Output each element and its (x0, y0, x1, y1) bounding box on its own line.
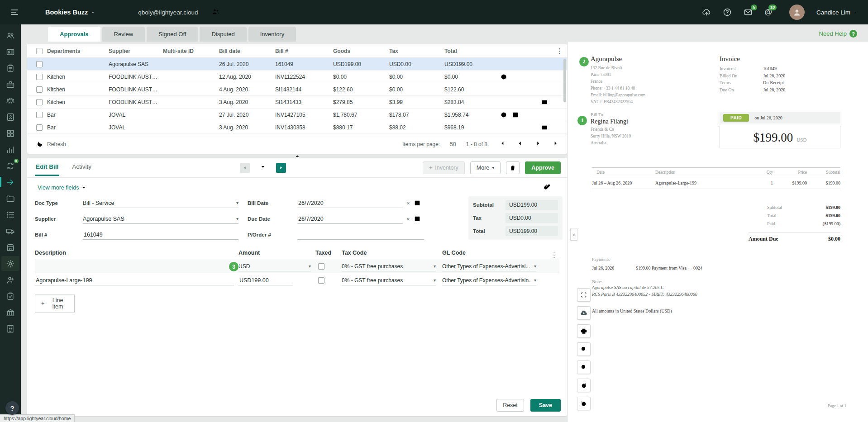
row-checkbox[interactable] (36, 61, 43, 67)
collapse-table-toggle[interactable] (27, 154, 567, 158)
table-row[interactable]: Kitchen FOODLINK AUSTRA... 12 Aug. 2020 … (27, 71, 567, 83)
gl-code-select[interactable]: Other Types of Expenses-Advertisin... ▾ (442, 275, 536, 285)
collapse-editor-toggle[interactable] (260, 164, 266, 172)
line-amount-input[interactable] (238, 275, 293, 285)
last-page-button[interactable] (552, 139, 561, 149)
table-row[interactable]: Kitchen FOODLINK AUSTRA... 3 Aug. 2020 S… (27, 96, 567, 109)
tax-code-select[interactable]: 0% - GST free purchases ▾ (342, 275, 436, 285)
sidebar-item-contacts[interactable] (1, 109, 19, 124)
collapse-preview-handle[interactable]: › (570, 228, 577, 241)
clear-bill-date-button[interactable]: × (405, 200, 411, 207)
gl-code-select[interactable]: Other Types of Expenses-Advertisi... ▾ (442, 261, 536, 271)
sidebar-toggle-button[interactable] (7, 5, 22, 19)
table-options-kebab[interactable]: ⋮ (552, 47, 567, 54)
p-order-input[interactable] (297, 230, 424, 240)
sidebar-item-team[interactable] (1, 93, 19, 108)
taxed-checkbox[interactable] (318, 277, 324, 284)
print-button[interactable] (577, 324, 591, 338)
taxed-checkbox[interactable] (318, 263, 324, 270)
table-row[interactable]: Kitchen FOODLINK AUSTRA... 4 Aug. 2020 S… (27, 83, 567, 96)
sidebar-item-dashboard[interactable] (1, 126, 19, 141)
delete-bill-button[interactable] (506, 161, 520, 174)
sidebar-item-briefcase[interactable] (1, 77, 19, 92)
currency-select[interactable]: USD ▾ (238, 261, 311, 271)
next-page-button[interactable] (534, 139, 543, 149)
chat-help-bubble[interactable]: ? (5, 401, 19, 415)
rotate-right-button[interactable] (577, 379, 591, 392)
sidebar-item-tasks[interactable] (1, 61, 19, 76)
attachment-button[interactable] (540, 182, 554, 193)
table-scrollbar[interactable] (563, 59, 566, 133)
sidebar-item-orders[interactable] (1, 289, 19, 303)
tax-code-select[interactable]: 0% - GST free purchases ▾ (342, 261, 436, 271)
sidebar-item-lists[interactable] (1, 207, 19, 222)
calendar-icon[interactable] (414, 199, 421, 208)
upload-cloud-button[interactable] (700, 6, 713, 19)
row-checkbox[interactable] (36, 74, 43, 80)
due-date-input[interactable] (297, 214, 403, 224)
line-description-input[interactable] (35, 275, 234, 285)
doc-type-select[interactable]: Bill - Service ▾ (83, 198, 238, 208)
user-menu[interactable]: Candice Lim (813, 6, 861, 19)
sidebar-item-deliveries[interactable] (1, 223, 19, 238)
tab-approvals[interactable]: Approvals (48, 27, 100, 42)
bill-number-input[interactable] (83, 230, 238, 240)
help-button[interactable] (721, 6, 734, 19)
clear-due-date-button[interactable]: × (405, 216, 411, 223)
approve-button[interactable]: Approve (525, 161, 561, 174)
tab-disputed[interactable]: Disputed (200, 27, 246, 42)
tab-signed-off[interactable]: Signed Off (147, 27, 198, 42)
next-bill-button[interactable] (276, 163, 286, 173)
prev-page-button[interactable] (515, 139, 525, 149)
sidebar-item-users[interactable] (1, 28, 19, 43)
sidebar-item-bank[interactable] (1, 305, 19, 320)
tab-inventory[interactable]: Inventory (248, 27, 296, 42)
avatar[interactable] (789, 5, 805, 20)
sidebar-item-folders[interactable] (1, 191, 19, 206)
select-all-checkbox[interactable] (36, 48, 43, 54)
mentions-button[interactable]: @ 10 (763, 6, 774, 19)
bill-date-input[interactable] (297, 198, 403, 208)
prev-bill-button[interactable] (240, 163, 250, 173)
sidebar-item-sync[interactable]: 5 (1, 158, 19, 173)
more-button[interactable]: More ▾ (470, 161, 501, 174)
items-per-page-value[interactable]: 50 (450, 141, 456, 147)
save-button[interactable]: Save (530, 399, 561, 412)
view-more-fields-link[interactable]: View more fields (35, 184, 89, 191)
calendar-icon[interactable] (414, 215, 421, 223)
tab-activity[interactable]: Activity (71, 163, 92, 176)
need-help-link[interactable]: Need Help ? (816, 29, 860, 38)
rotate-left-button[interactable] (577, 397, 591, 410)
row-checkbox[interactable] (36, 99, 43, 105)
tab-review[interactable]: Review (102, 27, 145, 42)
first-page-button[interactable] (497, 139, 506, 149)
row-checkbox[interactable] (36, 112, 43, 118)
fullscreen-button[interactable] (577, 288, 591, 302)
supplier-select[interactable]: Agorapulse SAS ▾ (83, 214, 238, 224)
sidebar-item-company[interactable] (1, 321, 19, 336)
sidebar-item-bills-active[interactable] (1, 175, 19, 190)
sidebar-item-store[interactable] (1, 240, 19, 255)
shared-users-button[interactable] (210, 6, 222, 19)
messages-button[interactable]: 5 (742, 6, 754, 19)
sidebar-item-settings[interactable] (1, 256, 19, 271)
payments-label: Payments (592, 257, 782, 262)
sidebar-item-add-user[interactable] (1, 272, 19, 287)
download-button[interactable] (577, 306, 591, 320)
table-row[interactable]: Bar JOVAL 3 Aug. 2020 INV1430358 $880.17… (27, 121, 567, 134)
refresh-button[interactable]: Refresh (33, 140, 69, 148)
sidebar-item-reports[interactable] (1, 142, 19, 157)
org-switcher[interactable]: Bookies Buzz (43, 6, 98, 19)
sidebar-item-contact-card[interactable] (1, 44, 19, 59)
add-line-item-button[interactable]: + Line item (35, 294, 75, 313)
zoom-in-button[interactable] (577, 342, 591, 356)
line-items-kebab[interactable]: ⋮ (543, 251, 559, 258)
row-checkbox[interactable] (36, 86, 43, 93)
table-row[interactable]: Bar JOVAL 27 Jul. 2020 INV1427105 $1,780… (27, 109, 567, 121)
table-row[interactable]: Agorapulse SAS 26 Jul. 2020 161049 USD19… (27, 58, 567, 71)
tab-edit-bill[interactable]: Edit Bill (35, 163, 59, 176)
zoom-out-button[interactable] (577, 360, 591, 374)
inventory-button[interactable]: + Inventory (423, 161, 465, 174)
reset-button[interactable]: Reset (496, 399, 524, 412)
row-checkbox[interactable] (36, 124, 43, 131)
